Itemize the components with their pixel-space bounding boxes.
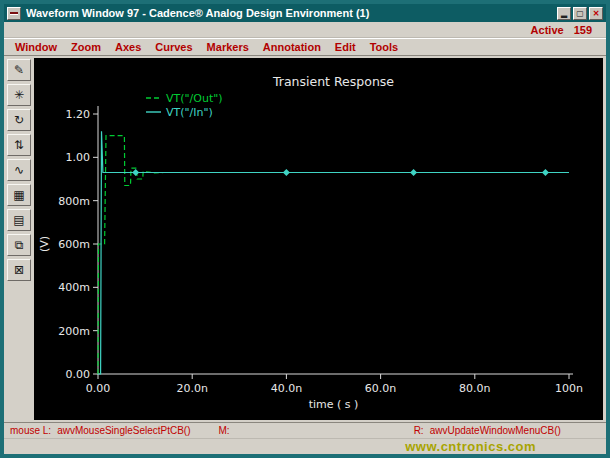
menu-item-edit[interactable]: Edit bbox=[328, 40, 363, 54]
active-status-row: Active 159 bbox=[4, 22, 606, 38]
y-tick-label: 400m bbox=[58, 281, 90, 294]
minimize-button[interactable]: ▂ bbox=[557, 7, 571, 20]
marker-tool-button[interactable]: ⇅ bbox=[7, 134, 31, 156]
x-tick-label: 40.0n bbox=[271, 382, 302, 395]
menu-item-zoom[interactable]: Zoom bbox=[64, 40, 108, 54]
y-tick-label: 0.00 bbox=[66, 368, 91, 381]
redraw-tool-button[interactable]: ↻ bbox=[7, 109, 31, 131]
redraw-tool-icon: ↻ bbox=[14, 113, 24, 127]
calculator-tool-button[interactable]: ▦ bbox=[7, 184, 31, 206]
mouse-right-binding: awvUpdateWindowMenuCB() bbox=[430, 425, 561, 436]
subwindow-tool-button[interactable]: ⧉ bbox=[7, 234, 31, 256]
main-area: ✎✳↻⇅∿▦▤⧉⊠ Transient ResponseVT("/Out")VT… bbox=[4, 56, 606, 422]
probe-tool-icon: ✎ bbox=[14, 63, 24, 77]
delete-tool-button[interactable]: ⊠ bbox=[7, 259, 31, 281]
x-tick-label: 60.0n bbox=[365, 382, 396, 395]
watermark: www.cntronics.com bbox=[405, 439, 536, 454]
menu-item-curves[interactable]: Curves bbox=[148, 40, 199, 54]
window-controls: ▂ ▢ ✕ bbox=[557, 7, 603, 20]
calculator-tool-icon: ▦ bbox=[13, 188, 24, 202]
mouse-right-label: R: bbox=[414, 425, 424, 436]
x-tick-label: 0.00 bbox=[86, 382, 111, 395]
y-tick-label: 1.20 bbox=[66, 108, 91, 121]
window-title: Waveform Window 97 - Cadence® Analog Des… bbox=[26, 7, 552, 19]
chart-title: Transient Response bbox=[272, 74, 394, 89]
data-point-marker[interactable] bbox=[283, 169, 290, 176]
menu-item-annotation[interactable]: Annotation bbox=[256, 40, 328, 54]
window-menu-icon bbox=[10, 12, 18, 15]
y-tick-label: 200m bbox=[58, 325, 90, 338]
waveform-tool-icon: ∿ bbox=[14, 163, 24, 177]
y-tick-label: 600m bbox=[58, 238, 90, 251]
maximize-button[interactable]: ▢ bbox=[573, 7, 587, 20]
legend-label-1[interactable]: VT("/In") bbox=[166, 106, 213, 119]
x-axis-label: time ( s ) bbox=[309, 398, 359, 411]
statusbar: mouse L: awvMouseSingleSelectPtCB() M: R… bbox=[4, 422, 606, 438]
strip-mode-tool-button[interactable]: ▤ bbox=[7, 209, 31, 231]
series-curve-0[interactable] bbox=[98, 136, 569, 374]
menubar: WindowZoomAxesCurvesMarkersAnnotationEdi… bbox=[4, 38, 606, 56]
titlebar[interactable]: Waveform Window 97 - Cadence® Analog Des… bbox=[4, 4, 606, 22]
x-tick-label: 100n bbox=[555, 382, 583, 395]
data-point-marker[interactable] bbox=[132, 169, 139, 176]
bottom-bar: www.cntronics.com bbox=[4, 438, 606, 454]
data-point-marker[interactable] bbox=[542, 169, 549, 176]
delete-tool-icon: ⊠ bbox=[14, 263, 24, 277]
transient-plot[interactable]: Transient ResponseVT("/Out")VT("/In")0.0… bbox=[34, 58, 603, 420]
maximize-icon: ▢ bbox=[576, 9, 584, 18]
close-icon: ✕ bbox=[593, 9, 600, 18]
minimize-icon: ▂ bbox=[561, 9, 567, 18]
mouse-left-label: mouse L: bbox=[10, 425, 51, 436]
menu-item-markers[interactable]: Markers bbox=[200, 40, 256, 54]
mouse-left-binding: awvMouseSingleSelectPtCB() bbox=[57, 425, 190, 436]
series-curve-1[interactable] bbox=[98, 131, 569, 374]
menu-item-tools[interactable]: Tools bbox=[363, 40, 406, 54]
waveform-window: Waveform Window 97 - Cadence® Analog Des… bbox=[0, 0, 610, 458]
window-menu-button[interactable] bbox=[7, 7, 21, 20]
menu-item-axes[interactable]: Axes bbox=[108, 40, 148, 54]
plot-area[interactable]: Transient ResponseVT("/Out")VT("/In")0.0… bbox=[34, 58, 603, 420]
y-axis-label: (V) bbox=[38, 236, 51, 252]
active-count: 159 bbox=[574, 24, 592, 36]
zoom-fit-tool-button[interactable]: ✳ bbox=[7, 84, 31, 106]
probe-tool-button[interactable]: ✎ bbox=[7, 59, 31, 81]
legend-label-0[interactable]: VT("/Out") bbox=[166, 92, 223, 105]
y-tick-label: 800m bbox=[58, 195, 90, 208]
y-tick-label: 1.00 bbox=[66, 151, 91, 164]
marker-tool-icon: ⇅ bbox=[14, 138, 24, 152]
x-tick-label: 20.0n bbox=[176, 382, 207, 395]
x-tick-label: 80.0n bbox=[459, 382, 490, 395]
zoom-fit-tool-icon: ✳ bbox=[14, 88, 24, 102]
close-button[interactable]: ✕ bbox=[589, 7, 603, 20]
data-point-marker[interactable] bbox=[410, 169, 417, 176]
strip-mode-tool-icon: ▤ bbox=[13, 213, 24, 227]
side-toolbar: ✎✳↻⇅∿▦▤⧉⊠ bbox=[4, 56, 34, 422]
subwindow-tool-icon: ⧉ bbox=[15, 238, 24, 252]
active-label: Active bbox=[531, 24, 564, 36]
mouse-middle-label: M: bbox=[219, 425, 230, 436]
waveform-tool-button[interactable]: ∿ bbox=[7, 159, 31, 181]
menu-item-window[interactable]: Window bbox=[8, 40, 64, 54]
